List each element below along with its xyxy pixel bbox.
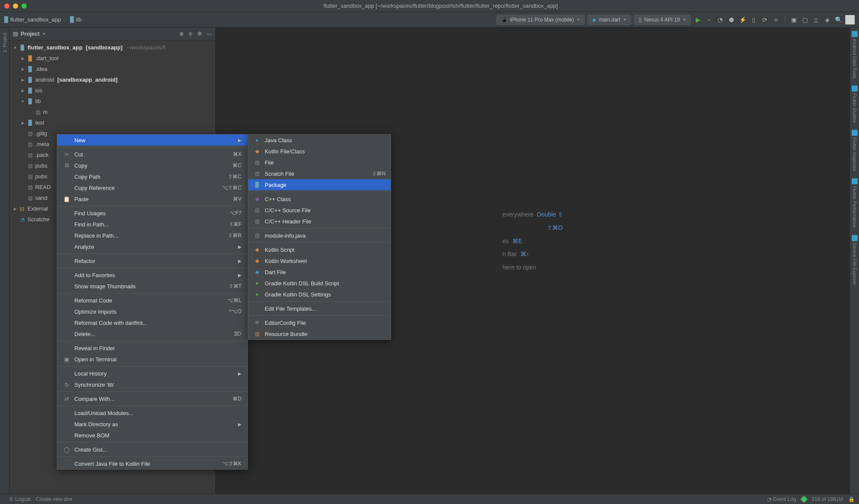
menu-item-reformat-code-with-dartfmt[interactable]: Reformat Code with dartfmt... (57, 317, 248, 328)
menu-item-compare-with[interactable]: ⇄Compare With...⌘D (57, 393, 248, 404)
memory-indicator[interactable]: 316 of 1981M (812, 496, 843, 502)
coverage-button[interactable]: ⬢ (727, 15, 736, 24)
lock-icon[interactable]: 🔒 (848, 496, 855, 502)
submenu-item-edit-file-templates[interactable]: Edit File Templates... (248, 303, 391, 314)
right-tool-flutter-performance[interactable]: Flutter Performance (852, 178, 858, 228)
breadcrumb[interactable]: ▉ flutter_sandbox_app 〉 ▉ lib (4, 16, 82, 24)
debug-button[interactable]: ⌁ (705, 15, 713, 24)
menu-item-new[interactable]: New▶ (57, 134, 248, 146)
device-label: iPhone 11 Pro Max (mobile) (510, 17, 574, 23)
locate-button[interactable]: ⊕ (179, 31, 184, 37)
emulator-selector[interactable]: ▯ Nexus 4 API 19 ▼ (634, 15, 691, 25)
submenu-item-resource-bundle[interactable]: ▤Resource Bundle (248, 328, 391, 339)
menu-item-reveal-in-finder[interactable]: Reveal in Finder (57, 342, 248, 354)
tree-item[interactable]: ▶▉.dart_tool (9, 53, 215, 64)
menu-item-convert-java-file-to-kotlin-file[interactable]: Convert Java File to Kotlin File⌥⇧⌘K (57, 458, 248, 469)
submenu-item-dart-file[interactable]: ◆Dart File (248, 266, 391, 278)
submenu-item-c-class[interactable]: ◆C++ Class (248, 193, 391, 205)
menu-item-synchronize-lib[interactable]: ↻Synchronize 'lib' (57, 379, 248, 390)
submenu-label: C/C++ Source File (265, 207, 311, 214)
project-panel-title[interactable]: Project (21, 31, 40, 37)
menu-label: Create Gist... (74, 446, 107, 453)
menu-label: Add to Favorites (74, 272, 115, 278)
submenu-label: Dart File (265, 269, 286, 275)
submenu-icon: ▤ (254, 232, 260, 238)
menu-item-mark-directory-as[interactable]: Mark Directory as▶ (57, 418, 248, 430)
submenu-item-file[interactable]: ▤File (248, 157, 391, 168)
tree-item[interactable]: ▶▉android[sandboxapp_android] (9, 74, 215, 85)
menu-item-local-history[interactable]: Local History▶ (57, 368, 248, 379)
tree-root[interactable]: ▼ ▉ flutter_sandbox_app [sandboxapp] ~/w… (9, 42, 215, 53)
right-tool-flutter-inspector[interactable]: Flutter Inspector (852, 130, 858, 171)
submenu-item-module-info-java[interactable]: ▤module-info.java (248, 230, 391, 241)
device-selector[interactable]: 📱 iPhone 11 Pro Max (mobile) ▼ (496, 15, 585, 25)
close-window-button[interactable] (4, 3, 9, 9)
sync-button[interactable]: ▯ (812, 15, 820, 24)
avd-manager-button[interactable]: ▣ (789, 15, 798, 24)
submenu-item-c-c-header-file[interactable]: ▤C/C++ Header File (248, 216, 391, 227)
menu-shortcut: ⌘V (233, 196, 241, 202)
menu-item-paste[interactable]: 📋Paste⌘V (57, 193, 248, 205)
right-tool-device-file-explorer[interactable]: Device File Explorer (852, 235, 858, 285)
run-button[interactable]: ▶ (694, 15, 702, 24)
submenu-item-java-class[interactable]: ●Java Class (248, 134, 391, 146)
tree-item[interactable]: ▶▉ios (9, 85, 215, 96)
minimize-window-button[interactable] (13, 3, 18, 9)
logcat-tool-button[interactable]: 6: Logcat (9, 496, 31, 502)
menu-item-copy-reference[interactable]: Copy Reference⌥⇧⌘C (57, 182, 248, 193)
context-menu[interactable]: New▶✂Cut⌘X⧉Copy⌘CCopy Path⇧⌘CCopy Refere… (57, 134, 248, 470)
submenu-item-kotlin-file-class[interactable]: ◆Kotlin File/Class (248, 146, 391, 157)
layout-inspector-button[interactable]: ◈ (823, 15, 831, 24)
stop-button[interactable]: ■ (772, 15, 780, 24)
titlebar: flutter_sandbox_app [~/workspaces/flutte… (0, 0, 859, 12)
hide-button[interactable]: — (206, 31, 212, 37)
folder-icon: ▉ (27, 120, 34, 126)
menu-item-find-in-path[interactable]: Find in Path...⇧⌘F (57, 219, 248, 230)
chevron-down-icon[interactable]: ▼ (42, 32, 46, 36)
menu-item-add-to-favorites[interactable]: Add to Favorites▶ (57, 269, 248, 281)
right-tool-flutter-outline[interactable]: Flutter Outline (852, 86, 858, 123)
submenu-item-kotlin-script[interactable]: ◆Kotlin Script (248, 244, 391, 255)
new-submenu[interactable]: ●Java Class◆Kotlin File/Class▤File▤Scrat… (248, 134, 391, 340)
submenu-item-kotlin-worksheet[interactable]: ◆Kotlin Worksheet (248, 255, 391, 266)
tree-item[interactable]: ▼▉lib (9, 96, 215, 107)
menu-item-load-unload-modules[interactable]: Load/Unload Modules... (57, 407, 248, 418)
gutter-tool-structure[interactable]: 1: Project (2, 33, 7, 52)
menu-item-remove-bom[interactable]: Remove BOM (57, 430, 248, 441)
tree-item[interactable]: ▶▉.idea (9, 64, 215, 74)
right-tool-android-data-tools[interactable]: Android Data Tools (852, 31, 858, 79)
menu-item-find-usages[interactable]: Find Usages⌥F7 (57, 208, 248, 219)
menu-item-replace-in-path[interactable]: Replace in Path...⇧⌘R (57, 230, 248, 241)
menu-item-delete[interactable]: Delete...⌦ (57, 328, 248, 339)
zoom-window-button[interactable] (21, 3, 27, 9)
menu-item-copy[interactable]: ⧉Copy⌘C (57, 160, 248, 171)
run-config-selector[interactable]: ◆ main.dart ▼ (587, 15, 631, 25)
submenu-item-scratch-file[interactable]: ▤Scratch File⇧⌘N (248, 168, 391, 179)
hot-reload-button[interactable]: ⚡ (738, 15, 747, 24)
menu-item-cut[interactable]: ✂Cut⌘X (57, 149, 248, 160)
user-avatar[interactable] (845, 15, 855, 24)
profile-button[interactable]: ◔ (716, 15, 724, 24)
menu-item-show-image-thumbnails[interactable]: Show Image Thumbnails⇧⌘T (57, 281, 248, 292)
collapse-button[interactable]: ≑ (188, 31, 193, 37)
menu-item-copy-path[interactable]: Copy Path⇧⌘C (57, 171, 248, 182)
settings-icon[interactable]: ✲ (197, 31, 202, 37)
submenu-item-editorconfig-file[interactable]: ✲EditorConfig File (248, 317, 391, 328)
menu-item-create-gist[interactable]: ◯Create Gist... (57, 444, 248, 455)
menu-item-analyze[interactable]: Analyze▶ (57, 241, 248, 252)
submenu-item-package[interactable]: ▉Package (248, 179, 391, 190)
submenu-item-c-c-source-file[interactable]: ▤C/C++ Source File (248, 205, 391, 216)
menu-item-refactor[interactable]: Refactor▶ (57, 255, 248, 266)
menu-item-optimize-imports[interactable]: Optimize Imports^⌥O (57, 306, 248, 317)
flutter-hot-restart-button[interactable]: ⟳ (761, 15, 769, 24)
menu-item-open-in-terminal[interactable]: ▣Open in Terminal (57, 354, 248, 365)
event-log-button[interactable]: ◔ Event Log (767, 496, 796, 502)
attach-button[interactable]: ▯ (749, 15, 758, 24)
menu-item-reformat-code[interactable]: Reformat Code⌥⌘L (57, 295, 248, 306)
tree-item[interactable]: ▤m (9, 107, 215, 117)
sdk-manager-button[interactable]: ▢ (801, 15, 809, 24)
search-icon[interactable]: 🔍 (834, 15, 843, 24)
submenu-item-gradle-kotlin-dsl-settings[interactable]: ●Gradle Kotlin DSL Settings (248, 289, 391, 300)
tree-item[interactable]: ▶▉test (9, 117, 215, 128)
submenu-item-gradle-kotlin-dsl-build-script[interactable]: ●Gradle Kotlin DSL Build Script (248, 278, 391, 289)
